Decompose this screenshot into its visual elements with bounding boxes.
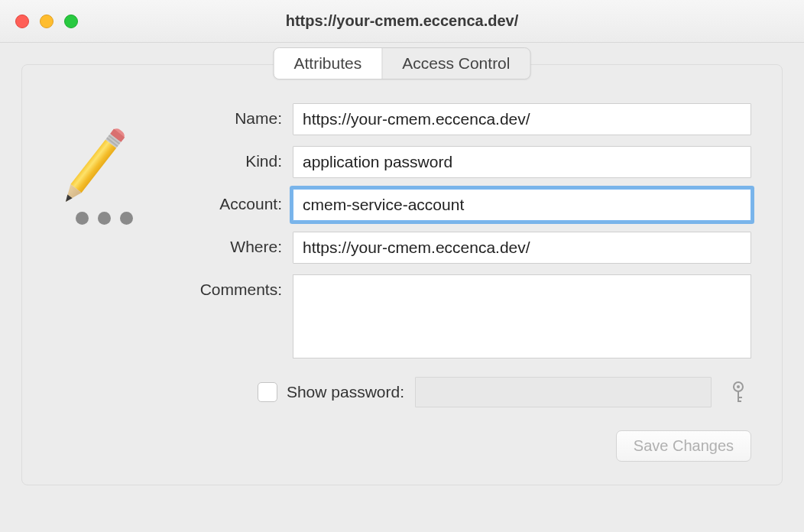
- tab-bar: Attributes Access Control: [274, 47, 531, 79]
- svg-rect-5: [70, 140, 116, 193]
- field-row-where: Where:: [170, 232, 751, 264]
- checkbox-show-password[interactable]: [258, 382, 277, 402]
- input-comments[interactable]: [293, 274, 751, 358]
- show-password-row: Show password:: [170, 377, 751, 407]
- save-changes-button[interactable]: Save Changes: [616, 430, 751, 462]
- field-row-name: Name:: [170, 103, 751, 135]
- form-area: Name: Kind: Account: Where: Comments:: [53, 103, 751, 462]
- label-account: Account:: [170, 189, 293, 213]
- minimize-window-button[interactable]: [40, 15, 53, 28]
- traffic-lights: [15, 15, 78, 28]
- field-row-kind: Kind:: [170, 146, 751, 178]
- icon-column: [53, 103, 152, 462]
- input-name[interactable]: [293, 103, 751, 135]
- maximize-window-button[interactable]: [64, 15, 78, 28]
- button-row: Save Changes: [170, 430, 751, 462]
- field-row-comments: Comments:: [170, 274, 751, 358]
- content-panel: Attributes Access Control: [21, 64, 783, 485]
- label-comments: Comments:: [170, 274, 293, 299]
- password-field: [415, 377, 712, 407]
- input-where[interactable]: [293, 232, 751, 264]
- tab-access-control[interactable]: Access Control: [382, 48, 530, 79]
- label-show-password: Show password:: [287, 383, 404, 401]
- tab-attributes[interactable]: Attributes: [274, 48, 383, 79]
- key-icon[interactable]: [725, 381, 751, 404]
- titlebar: https://your-cmem.eccenca.dev/: [0, 0, 804, 43]
- label-kind: Kind:: [170, 146, 293, 170]
- fields-column: Name: Kind: Account: Where: Comments:: [170, 103, 751, 462]
- pencil-icon: [53, 118, 129, 218]
- input-account[interactable]: [293, 189, 751, 221]
- svg-point-9: [737, 385, 740, 388]
- label-where: Where:: [170, 232, 293, 256]
- close-window-button[interactable]: [15, 15, 29, 28]
- label-name: Name:: [170, 103, 293, 128]
- input-kind[interactable]: [293, 146, 751, 178]
- window-title: https://your-cmem.eccenca.dev/: [0, 12, 804, 30]
- field-row-account: Account:: [170, 189, 751, 221]
